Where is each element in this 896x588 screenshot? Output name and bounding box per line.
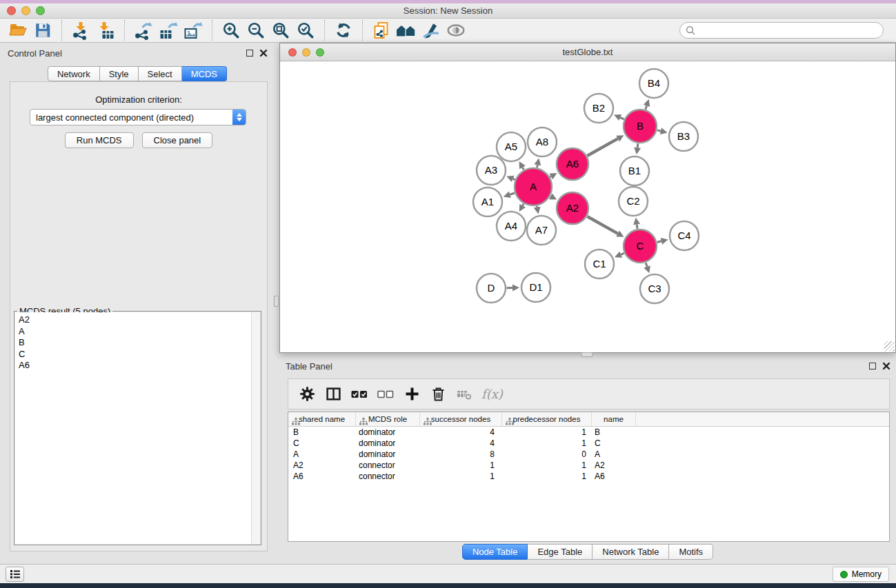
tab-mcds[interactable]: MCDS [182,66,227,81]
export-image-button[interactable] [181,19,206,41]
mcds-result-item[interactable]: A2 [19,314,260,326]
column-header-name[interactable]: name [591,412,635,426]
table-cell[interactable]: dominator [355,449,419,460]
minimize-network-window-button[interactable] [302,48,310,57]
table-cell[interactable]: A2 [288,460,355,471]
table-cell[interactable]: A [288,449,355,460]
graph-edge-C-C4[interactable] [657,241,661,242]
tab-node-table[interactable]: Node Table [462,544,528,560]
float-panel-icon[interactable] [246,50,253,57]
function-builder-button[interactable]: f(x) [481,387,503,401]
graph-edge-C-C1[interactable] [621,253,624,254]
zoom-selected-button[interactable] [293,19,318,41]
apply-style-button[interactable] [419,19,444,41]
zoom-in-button[interactable] [219,19,243,41]
table-cell[interactable]: A6 [288,471,355,482]
mcds-result-item[interactable]: A6 [19,360,260,372]
tab-network-table[interactable]: Network Table [593,544,669,560]
table-cell[interactable]: 4 [419,438,501,449]
table-row[interactable]: A2connector11A2 [288,460,889,471]
graph-edge-B-B4[interactable] [646,105,647,109]
table-row[interactable]: A6connector11A6 [288,471,889,482]
table-cell[interactable]: dominator [355,427,419,438]
table-cell[interactable]: connector [355,460,419,471]
graph-edge-A-A4[interactable] [523,204,524,206]
delete-columns-button[interactable] [426,383,450,406]
graph-edge-B-B3[interactable] [657,130,661,131]
close-network-window-button[interactable] [288,48,297,57]
column-header-successor-nodes[interactable]: successor nodes [419,412,501,426]
save-session-button[interactable] [30,19,55,41]
graph-edge-C-C3[interactable] [646,263,647,267]
graph-edge-A-A8[interactable] [537,165,538,168]
close-window-button[interactable] [7,6,16,15]
minimize-window-button[interactable] [21,6,30,15]
show-hide-details-button[interactable] [444,19,468,41]
import-network-button[interactable] [68,19,93,41]
table-cell[interactable]: 1 [419,471,501,482]
table-cell[interactable]: A [591,449,635,460]
tab-network[interactable]: Network [48,66,100,81]
graph-edge-A-A3[interactable] [513,179,515,179]
table-cell[interactable]: 1 [501,460,591,471]
mcds-result-item[interactable]: A [19,326,260,338]
table-row[interactable]: Bdominator41B [288,427,889,438]
horizontal-split-handle[interactable] [581,352,593,357]
deselect-all-button[interactable] [374,383,397,406]
select-all-button[interactable] [348,383,371,406]
graph-edge-A-A5[interactable] [522,168,524,170]
zoom-out-button[interactable] [243,19,268,41]
table-cell[interactable] [635,438,889,449]
table-cell[interactable]: 1 [501,438,591,449]
table-cell[interactable]: connector [355,471,419,482]
column-header-shared-name[interactable]: shared name [288,412,355,426]
split-table-button[interactable] [321,383,345,406]
network-canvas[interactable]: B4B2BB3A5A8A6A3B1AA1C2A2A4A7CC4C1C3DD1 [280,61,895,352]
optimization-criterion-select[interactable]: largest connected component (directed) [30,109,246,125]
zoom-fit-button[interactable] [268,19,293,41]
import-table-button[interactable] [93,19,118,41]
table-cell[interactable]: 8 [419,449,501,460]
tab-motifs[interactable]: Motifs [669,544,713,560]
table-cell[interactable]: 1 [501,427,591,438]
table-cell[interactable]: B [591,427,635,438]
table-cell[interactable]: 0 [501,449,591,460]
network-graph[interactable]: B4B2BB3A5A8A6A3B1AA1C2A2A4A7CC4C1C3DD1 [280,61,895,352]
window-resize-grip[interactable] [884,341,895,352]
table-cell[interactable]: A6 [591,471,635,482]
first-neighbors-button[interactable] [394,19,419,41]
table-settings-button[interactable] [295,383,319,406]
graph-edge-A-A1[interactable] [510,193,515,194]
table-cell[interactable]: C [591,438,635,449]
tab-select[interactable]: Select [139,66,182,81]
table-cell[interactable] [635,449,889,460]
table-cell[interactable]: 1 [419,460,501,471]
graph-edge-B-B2[interactable] [620,118,624,119]
table-cell[interactable]: A2 [591,460,635,471]
table-cell[interactable] [635,471,889,482]
new-network-from-selection-button[interactable] [369,19,394,41]
zoom-window-button[interactable] [36,6,45,15]
graph-edge-A6-B[interactable] [587,139,617,156]
run-mcds-button[interactable]: Run MCDS [65,132,134,148]
table-cell[interactable]: 4 [419,427,501,438]
memory-button[interactable]: Memory [833,567,889,582]
table-cell[interactable]: dominator [355,438,419,449]
graph-edge-B-B1[interactable] [637,143,638,148]
column-header-predecessor-nodes[interactable]: predecessor nodes [501,412,591,426]
search-input[interactable] [679,22,884,39]
table-cell[interactable]: 1 [501,471,591,482]
zoom-network-window-button[interactable] [316,48,324,57]
mcds-result-item[interactable]: C [19,349,260,361]
tab-style[interactable]: Style [100,66,139,81]
close-table-panel-icon[interactable] [882,362,890,370]
apply-layout-button[interactable] [331,19,356,41]
table-cell[interactable] [635,427,889,438]
close-panel-button[interactable]: Close panel [142,132,213,148]
column-header-mcds-role[interactable]: MCDS role [355,412,419,426]
float-table-panel-icon[interactable] [869,363,876,369]
tab-edge-table[interactable]: Edge Table [528,544,593,560]
add-column-button[interactable] [400,383,424,406]
table-row[interactable]: Adominator80A [288,449,889,460]
show-task-history-button[interactable] [6,567,24,582]
